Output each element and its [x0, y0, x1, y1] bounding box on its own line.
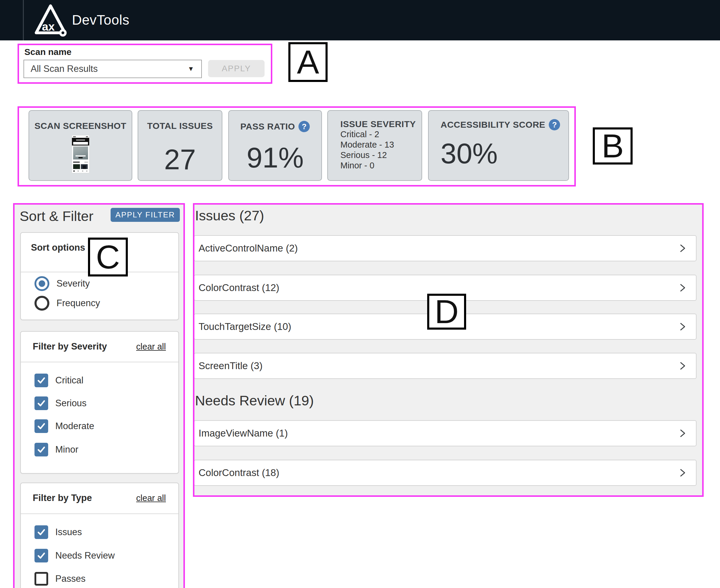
filter-type-card: Filter by Type clear all Issues Needs Re… — [20, 483, 179, 588]
chevron-right-icon — [677, 360, 688, 372]
divider — [21, 513, 178, 514]
pass-ratio-value: 91% — [229, 143, 321, 172]
issue-row-label: ColorContrast (12) — [195, 282, 279, 293]
scan-screenshot-card: SCAN SCREENSHOT — [28, 110, 132, 181]
filter-option-label: Serious — [55, 398, 86, 408]
filter-type-title: Filter by Type — [33, 493, 92, 503]
checkbox-checked-icon[interactable] — [35, 525, 48, 539]
filter-option-label: Critical — [55, 375, 83, 386]
scan-thumbnail[interactable] — [72, 135, 89, 173]
issue-row-label: ImageViewName (1) — [195, 428, 288, 439]
issues-section-title: Issues (27) — [195, 207, 264, 224]
checkbox-checked-icon[interactable] — [35, 419, 48, 433]
severity-serious: Serious - 12 — [340, 150, 422, 160]
axe-logo-icon: ax — [33, 3, 68, 37]
checkbox-checked-icon[interactable] — [35, 396, 48, 410]
filter-severity-title: Filter by Severity — [33, 341, 107, 352]
annotation-label-b: B — [593, 127, 633, 165]
review-row-colorcontrast[interactable]: ColorContrast (18) — [194, 460, 697, 486]
filter-option-label: Passes — [55, 573, 86, 584]
issue-row-label: TouchTargetSize (10) — [195, 321, 291, 332]
filter-option-moderate[interactable]: Moderate — [35, 419, 94, 433]
scan-select-value: All Scan Results — [31, 64, 98, 74]
thumb-statusbar — [72, 135, 89, 138]
sort-option-severity[interactable]: Severity — [35, 276, 90, 291]
annotation-label-a: A — [288, 42, 327, 82]
chevron-right-icon — [677, 428, 688, 439]
page: ax DevTools Scan name All Scan Results ▼… — [0, 0, 720, 588]
filter-option-critical[interactable]: Critical — [35, 374, 83, 387]
sort-option-label: Severity — [57, 278, 90, 289]
checkbox-unchecked-icon[interactable] — [35, 572, 48, 586]
issue-row-label: ActiveControlName (2) — [195, 243, 298, 254]
divider — [21, 362, 178, 362]
annotation-label-d: D — [427, 294, 466, 330]
severity-minor: Minor - 0 — [340, 160, 422, 171]
filter-option-label: Minor — [55, 444, 79, 455]
brand-title: DevTools — [72, 12, 129, 28]
total-issues-card: TOTAL ISSUES 27 — [138, 110, 222, 181]
total-issues-title: TOTAL ISSUES — [138, 121, 222, 131]
select-arrow-icon: ▼ — [187, 65, 194, 73]
scan-name-label: Scan name — [24, 47, 71, 57]
sort-option-frequency[interactable]: Frequency — [35, 296, 100, 311]
issue-row-screentitle[interactable]: ScreenTitle (3) — [194, 353, 697, 379]
filter-severity-card: Filter by Severity clear all Critical Se… — [20, 331, 179, 474]
review-row-imageviewname[interactable]: ImageViewName (1) — [194, 420, 697, 446]
thumb-app-header — [72, 138, 89, 146]
pass-ratio-title: PASS RATIO — [240, 122, 295, 131]
svg-text:ax: ax — [42, 20, 55, 33]
sort-options-title: Sort options — [31, 242, 85, 253]
scan-name-select[interactable]: All Scan Results ▼ — [23, 60, 202, 78]
filter-option-passes[interactable]: Passes — [35, 572, 86, 586]
needs-review-section-title: Needs Review (19) — [195, 392, 314, 408]
issue-row-activecontrolname[interactable]: ActiveControlName (2) — [194, 235, 697, 261]
filter-option-minor[interactable]: Minor — [35, 443, 79, 457]
issue-severity-card: ISSUE SEVERITY Critical - 2 Moderate - 1… — [327, 110, 422, 181]
filter-severity-clear-all[interactable]: clear all — [136, 342, 166, 352]
issue-row-label: ColorContrast (18) — [195, 467, 279, 478]
radio-unselected-icon[interactable] — [35, 296, 49, 311]
chevron-right-icon — [677, 282, 688, 293]
apply-scan-button[interactable]: APPLY — [208, 60, 264, 77]
issue-severity-title: ISSUE SEVERITY — [340, 119, 422, 129]
pass-ratio-card: PASS RATIO ? 91% — [228, 110, 322, 181]
filter-type-clear-all[interactable]: clear all — [136, 493, 166, 503]
checkbox-checked-icon[interactable] — [35, 549, 48, 563]
thumb-hero-photo — [73, 146, 88, 160]
filter-option-label: Needs Review — [55, 550, 115, 561]
radio-selected-icon[interactable] — [35, 276, 49, 291]
severity-critical: Critical - 2 — [340, 129, 422, 140]
thumb-navbar — [72, 169, 89, 173]
chevron-right-icon — [677, 467, 688, 478]
accessibility-score-title: ACCESSIBILITY SCORE — [441, 120, 545, 130]
severity-moderate: Moderate - 13 — [340, 140, 422, 150]
filter-option-issues[interactable]: Issues — [35, 525, 82, 539]
filter-option-needs-review[interactable]: Needs Review — [35, 549, 115, 563]
filter-option-serious[interactable]: Serious — [35, 396, 86, 410]
accessibility-score-card: ACCESSIBILITY SCORE ? 30% — [428, 110, 569, 181]
filter-option-label: Moderate — [55, 421, 94, 432]
pass-ratio-help-icon[interactable]: ? — [298, 121, 310, 132]
apply-filter-button[interactable]: APPLY FILTER — [111, 208, 180, 222]
app-header: ax DevTools — [0, 0, 720, 40]
thumb-section-row — [73, 161, 88, 163]
scan-screenshot-title: SCAN SCREENSHOT — [29, 121, 132, 131]
accessibility-score-value: 30% — [441, 139, 568, 168]
header-divider — [23, 0, 24, 40]
sort-filter-title: Sort & Filter — [20, 208, 93, 224]
filter-option-label: Issues — [55, 527, 82, 538]
total-issues-value: 27 — [138, 145, 222, 174]
chevron-right-icon — [677, 243, 688, 254]
chevron-right-icon — [677, 321, 688, 332]
accessibility-score-help-icon[interactable]: ? — [549, 119, 560, 130]
checkbox-checked-icon[interactable] — [35, 443, 48, 457]
sort-option-label: Frequency — [57, 298, 100, 309]
issue-row-label: ScreenTitle (3) — [195, 360, 262, 372]
annotation-label-c: C — [88, 237, 128, 276]
checkbox-checked-icon[interactable] — [35, 374, 48, 387]
